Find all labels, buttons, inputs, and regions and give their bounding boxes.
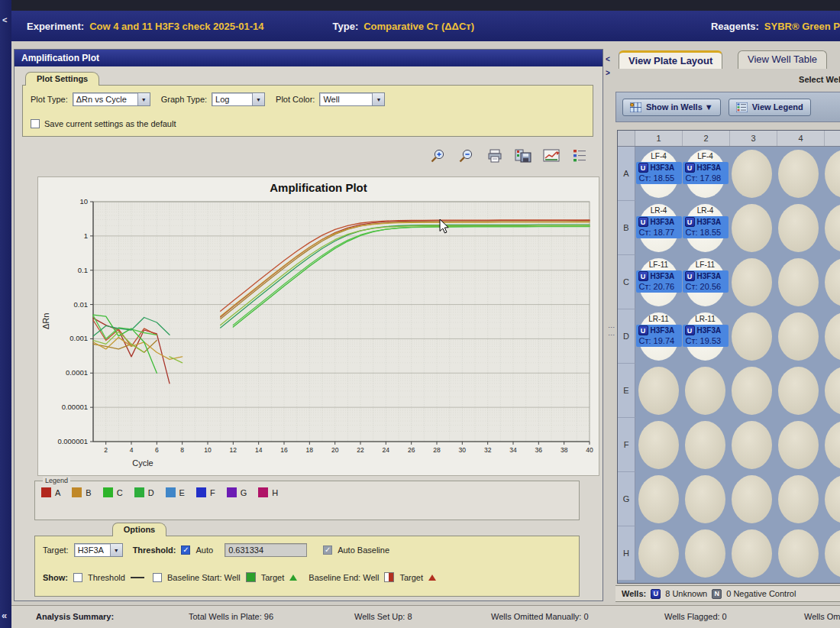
tab-options[interactable]: Options <box>112 523 167 536</box>
well-F2[interactable] <box>682 418 729 472</box>
well-E5[interactable] <box>822 364 840 418</box>
print-icon[interactable] <box>486 147 504 164</box>
tab-view-well-table[interactable]: View Well Table <box>738 50 827 69</box>
plot-color-select[interactable]: Well ▼ <box>319 92 385 106</box>
plate-row-header-E[interactable]: E <box>618 364 635 418</box>
well-E2[interactable] <box>682 364 729 418</box>
show-threshold-checkbox[interactable] <box>73 573 82 582</box>
svg-text:0.001: 0.001 <box>69 334 88 342</box>
well-C1[interactable]: LF-11UH3F3ACт: 20.76 <box>635 255 682 309</box>
graph-type-select[interactable]: Log ▼ <box>212 92 265 106</box>
plate-row-header-D[interactable]: D <box>618 309 635 364</box>
well-circle-empty <box>825 475 840 523</box>
target-select[interactable]: H3F3A ▼ <box>74 543 123 557</box>
well-D4[interactable] <box>775 309 822 364</box>
type-value: Comparative Cт (ΔΔCт) <box>363 21 474 32</box>
plate-row-header-H[interactable]: H <box>618 526 635 581</box>
well-E3[interactable] <box>729 364 775 418</box>
tab-view-plate-layout[interactable]: View Plate Layout <box>619 50 722 69</box>
well-circle-empty <box>638 421 679 469</box>
threshold-value-input[interactable] <box>225 543 307 557</box>
plate-column-header-4[interactable]: 4 <box>777 131 825 146</box>
well-F4[interactable] <box>775 418 822 472</box>
y-axis-label: ΔRn <box>41 313 50 329</box>
legend-table-icon <box>736 102 748 112</box>
plate-column-header-2[interactable]: 2 <box>683 131 730 146</box>
splitter-grip[interactable]: ⋮⋮ <box>608 324 615 339</box>
well-A5[interactable] <box>822 147 840 201</box>
plate-row-header-C[interactable]: C <box>618 255 635 309</box>
collapsed-left-panel[interactable]: < <box>0 0 11 628</box>
plate-row-C: CLF-11UH3F3ACт: 20.76LF-11UH3F3ACт: 20.5… <box>618 255 840 309</box>
export-plot-icon[interactable] <box>542 147 561 164</box>
well-G4[interactable] <box>775 472 822 526</box>
well-H2[interactable] <box>682 526 729 581</box>
well-circle-empty <box>778 421 819 469</box>
well-F3[interactable] <box>729 418 775 472</box>
well-C3[interactable] <box>729 255 775 309</box>
amplification-chart[interactable]: 1010.10.010.0010.00010.000010.0000012468… <box>38 197 599 475</box>
legend-label: D <box>148 488 154 497</box>
experiment-name: Cow 4 and 11 H3F3 check 2025-01-14 <box>89 21 263 32</box>
well-C2[interactable]: LF-11UH3F3ACт: 20.56 <box>682 255 729 309</box>
zoom-out-icon[interactable] <box>457 147 476 164</box>
plate-row-A: ALF-4UH3F3ACт: 18.55LF-4UH3F3ACт: 17.98 <box>618 147 840 201</box>
well-F1[interactable] <box>635 418 682 472</box>
plot-legend-icon[interactable] <box>570 147 589 164</box>
well-D1[interactable]: LR-11UH3F3ACт: 19.74 <box>635 309 682 364</box>
show-in-wells-button[interactable]: Show in Wells ▼ <box>622 99 721 116</box>
well-G5[interactable] <box>822 472 840 526</box>
plate-row-header-B[interactable]: B <box>618 201 635 255</box>
baseline-start-checkbox[interactable] <box>153 573 162 582</box>
well-B3[interactable] <box>729 201 775 255</box>
save-default-checkbox[interactable] <box>31 119 40 128</box>
plot-type-select[interactable]: ΔRn vs Cycle ▼ <box>73 92 150 106</box>
auto-baseline-checkbox[interactable]: ✓ <box>323 545 332 555</box>
plate-row-header-G[interactable]: G <box>618 472 635 526</box>
well-D3[interactable] <box>729 309 775 364</box>
legend-box: Legend ABCDEFGH <box>34 481 580 520</box>
well-G1[interactable] <box>635 472 682 526</box>
well-B2[interactable]: LR-4UH3F3ACт: 18.55 <box>682 201 729 255</box>
plate-row-header-A[interactable]: A <box>618 147 635 201</box>
collapse-left-chevron-icon[interactable]: < <box>2 15 7 24</box>
splitter-collapse-right-icon[interactable]: > <box>606 69 610 77</box>
plate-column-header-1[interactable]: 1 <box>635 131 683 146</box>
plot-area[interactable]: Amplification Plot 1010.10.010.0010.0001… <box>37 176 599 476</box>
well-A4[interactable] <box>775 147 822 201</box>
well-H5[interactable] <box>822 526 840 581</box>
plate-column-header-5[interactable] <box>825 131 840 146</box>
well-G3[interactable] <box>729 472 775 526</box>
zoom-in-icon[interactable] <box>429 147 447 164</box>
well-F5[interactable] <box>822 418 840 472</box>
well-A3[interactable] <box>729 147 775 201</box>
well-A2[interactable]: LF-4UH3F3ACт: 17.98 <box>682 147 729 201</box>
save-plot-icon[interactable] <box>514 147 532 164</box>
well-H3[interactable] <box>729 526 775 581</box>
well-B4[interactable] <box>775 201 822 255</box>
well-circle-empty <box>778 150 819 198</box>
well-A1[interactable]: LF-4UH3F3ACт: 18.55 <box>635 147 682 201</box>
well-C4[interactable] <box>775 255 822 309</box>
plate-row-header-F[interactable]: F <box>618 418 635 472</box>
unknown-task-badge-icon: U <box>638 325 648 335</box>
well-C5[interactable] <box>822 255 840 309</box>
view-legend-button[interactable]: View Legend <box>729 99 811 116</box>
plate-column-header-3[interactable]: 3 <box>730 131 777 146</box>
well-H4[interactable] <box>775 526 822 581</box>
svg-text:14: 14 <box>255 446 263 454</box>
auto-threshold-checkbox[interactable]: ✓ <box>181 545 190 555</box>
well-B5[interactable] <box>822 201 840 255</box>
plate-corner[interactable] <box>618 131 635 146</box>
splitter-collapse-left-icon[interactable]: < <box>606 55 610 63</box>
well-G2[interactable] <box>682 472 729 526</box>
collapse-bottom-icon[interactable]: « <box>2 610 7 621</box>
well-H1[interactable] <box>635 526 682 581</box>
well-B1[interactable]: LR-4UH3F3ACт: 18.77 <box>635 201 682 255</box>
well-E4[interactable] <box>775 364 822 418</box>
well-D2[interactable]: LR-11UH3F3ACт: 19.53 <box>682 309 729 364</box>
tab-plot-settings[interactable]: Plot Settings <box>25 72 99 86</box>
well-D5[interactable] <box>822 309 840 364</box>
panel-splitter[interactable]: < > ⋮⋮ <box>603 49 615 601</box>
well-E1[interactable] <box>635 364 682 418</box>
